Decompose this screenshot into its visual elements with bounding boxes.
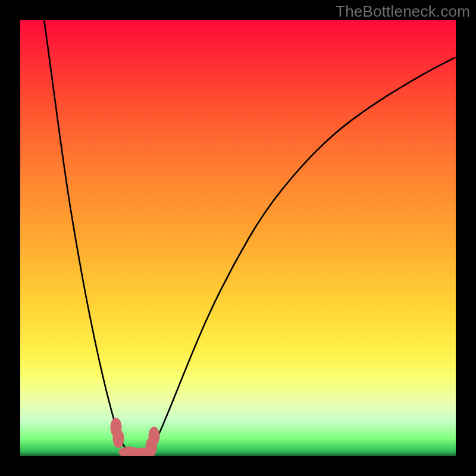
watermark-text: TheBottleneck.com — [336, 2, 470, 21]
bottleneck-curve — [20, 20, 456, 456]
curve-marker — [149, 427, 160, 446]
curve-marker — [113, 429, 124, 448]
plot-area — [20, 20, 456, 456]
chart-frame: TheBottleneck.com — [0, 0, 476, 476]
